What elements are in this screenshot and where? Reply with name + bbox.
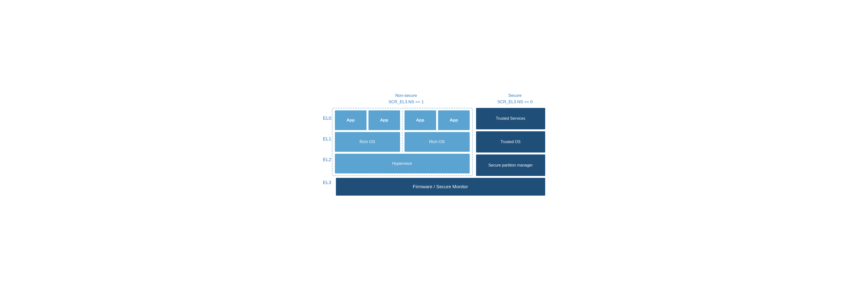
el1-label: EL1: [323, 129, 332, 149]
trusted-os-box: Trusted OS: [476, 131, 545, 153]
el3-row: EL3 Firmware / Secure Monitor: [323, 178, 545, 195]
app-box-2: App: [369, 110, 400, 130]
el3-label-container: EL3: [323, 178, 336, 195]
level-labels: EL0 EL1 EL2: [323, 108, 332, 176]
app-box-1: App: [335, 110, 367, 130]
app-box-3: App: [404, 110, 436, 130]
richOS-box-2: Rich OS: [404, 132, 470, 152]
el0-nonsecure-row: App App App App: [335, 110, 470, 130]
diagram-container: Non-secure SCR_EL3.NS == 1 Secure SCR_EL…: [320, 90, 548, 198]
vertical-divider-2: [402, 132, 403, 152]
el0-label: EL0: [323, 108, 332, 129]
nonsecure-title: Non-secure: [336, 93, 476, 99]
app-box-4: App: [438, 110, 470, 130]
firmware-box: Firmware / Secure Monitor: [336, 178, 545, 195]
el1-nonsecure-row: Rich OS Rich OS: [335, 132, 470, 152]
secure-header: Secure SCR_EL3.NS == 0: [480, 93, 550, 105]
hypervisor-box: Hypervisor: [335, 154, 470, 174]
el0-group1: App App: [335, 110, 400, 130]
nonsecure-region: App App App App Rich OS Rich OS Hypervis…: [332, 108, 473, 176]
secure-title: Secure: [480, 93, 550, 99]
el2-label: EL2: [323, 149, 332, 170]
el0-group2: App App: [404, 110, 470, 130]
el2-nonsecure-row: Hypervisor: [335, 154, 470, 174]
secure-subtitle: SCR_EL3.NS == 0: [480, 99, 550, 105]
headers: Non-secure SCR_EL3.NS == 1 Secure SCR_EL…: [336, 93, 545, 105]
richOS-box-1: Rich OS: [335, 132, 400, 152]
secure-partition-manager-box: Secure partition manager: [476, 154, 545, 176]
content-area: EL0 EL1 EL2 App App App App Rich OS: [323, 108, 545, 176]
secure-region: Trusted Services Trusted OS Secure parti…: [476, 108, 545, 176]
nonsecure-header: Non-secure SCR_EL3.NS == 1: [336, 93, 476, 105]
trusted-services-box: Trusted Services: [476, 108, 545, 129]
el3-label: EL3: [323, 180, 336, 185]
vertical-divider-1: [402, 110, 403, 130]
nonsecure-subtitle: SCR_EL3.NS == 1: [336, 99, 476, 105]
